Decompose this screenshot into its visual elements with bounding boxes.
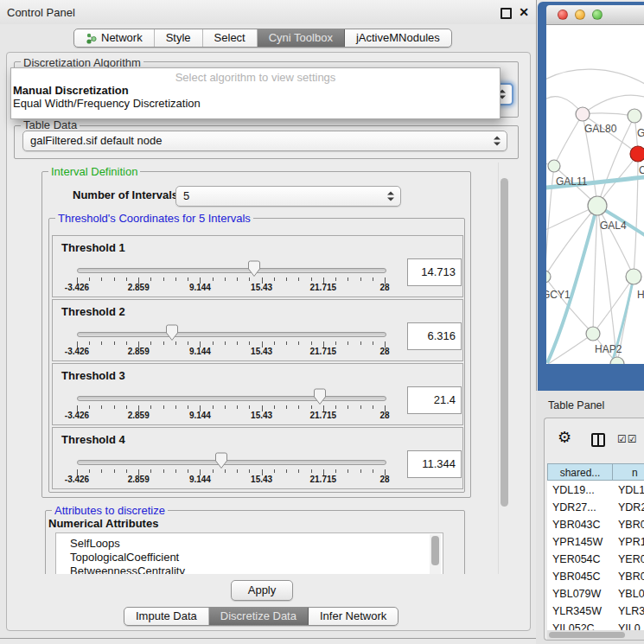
tab-cyni-toolbox[interactable]: Cyni Toolbox [258, 29, 345, 47]
apply-button[interactable]: Apply [231, 580, 293, 601]
network-view-window[interactable]: GAL80GCGAL11GAL4GCY1HHAP2 [538, 2, 644, 391]
slider-track[interactable] [77, 460, 386, 465]
table-data-combobox[interactable]: galFiltered.sif default node [22, 131, 507, 151]
minor-tick [237, 277, 238, 281]
table-header-shared[interactable]: shared... [547, 463, 613, 481]
gal4-node[interactable] [588, 196, 607, 215]
minor-tick [163, 405, 164, 409]
scale-tick-label: 28 [379, 347, 389, 356]
minor-tick [101, 277, 102, 281]
close-icon[interactable]: ✕ [519, 5, 529, 19]
table-row[interactable]: YDL19...YDL1 [547, 481, 644, 499]
settings-scrollbar[interactable] [498, 163, 511, 574]
checkbox-icons[interactable]: ☑☑ [617, 433, 638, 445]
scrollbar-thumb[interactable] [549, 632, 625, 638]
table-row[interactable]: YPR145WYPR1 [547, 533, 644, 551]
network-edge[interactable] [546, 206, 597, 277]
slider-thumb[interactable] [165, 324, 179, 341]
scale-tick-label: 2.859 [128, 475, 150, 484]
threshold-label: Threshold 2 [61, 305, 125, 318]
threshold-value-field[interactable]: 6.316 [407, 322, 462, 350]
mac-close-icon[interactable] [558, 10, 568, 20]
list-item[interactable]: BetweennessCentrality [56, 564, 443, 574]
tab-impute-data[interactable]: Impute Data [124, 608, 209, 625]
tab-style[interactable]: Style [155, 29, 203, 47]
scale-tick-label: 21.715 [310, 475, 337, 484]
slider-track[interactable] [77, 396, 386, 401]
table-row[interactable]: YER054CYER0 [547, 551, 644, 568]
gcy1-node[interactable] [546, 271, 551, 283]
scale-tick-label: 15.43 [251, 475, 272, 484]
scale-tick-label: 15.43 [251, 411, 272, 420]
list-item[interactable]: SelfLoops [56, 537, 443, 551]
table-header-name[interactable]: n [612, 463, 644, 481]
slider-track[interactable] [77, 332, 386, 337]
tab-select[interactable]: Select [203, 29, 258, 47]
cell-shared-name: YBR043C [552, 516, 601, 533]
minor-tick [311, 469, 312, 473]
attributes-list[interactable]: SelfLoopsTopologicalCoefficientBetweenne… [55, 532, 443, 574]
cell-name: YER0 [618, 551, 644, 568]
scale-tick-label: 21.715 [310, 347, 337, 356]
scrollbar-thumb[interactable] [501, 178, 508, 507]
h-node[interactable] [626, 269, 641, 284]
network-canvas[interactable]: GAL80GCGAL11GAL4GCY1HHAP2 [546, 25, 644, 364]
scale-tick-label: -3.426 [65, 411, 89, 420]
slider-thumb[interactable] [247, 260, 261, 277]
top-right-node[interactable] [628, 109, 641, 123]
scale-tick-label: 28 [379, 475, 389, 484]
slider-thumb[interactable] [214, 452, 228, 469]
network-window-titlebar[interactable] [546, 5, 644, 25]
threshold-value-field[interactable]: 14.713 [407, 258, 462, 286]
selected-red-node[interactable] [630, 146, 644, 162]
scrollbar-thumb[interactable] [431, 536, 439, 565]
tab-discretize-data[interactable]: Discretize Data [209, 608, 309, 625]
network-edge[interactable] [546, 69, 644, 84]
minor-tick [249, 405, 250, 409]
tab-jactivemnodules[interactable]: jActiveMNodules [345, 29, 451, 47]
minor-tick [126, 277, 127, 281]
table-row[interactable]: YIL052CYIL0 [547, 620, 644, 630]
dropdown-item[interactable]: Manual Discretization [11, 84, 500, 97]
num-intervals-combobox[interactable]: 5 [175, 186, 401, 207]
network-edge[interactable] [554, 114, 583, 166]
table-data-group-title: Table Data [21, 118, 80, 131]
mac-minimize-icon[interactable] [575, 10, 585, 20]
cell-name: YBR0 [618, 516, 644, 533]
table-row[interactable]: YBL079WYBL0 [547, 585, 644, 603]
minor-tick [126, 405, 127, 409]
table-row[interactable]: YBR043CYBR0 [547, 516, 644, 533]
tab-network[interactable]: Network [74, 29, 155, 47]
list-item[interactable]: TopologicalCoefficient [56, 551, 443, 564]
gal80-node[interactable] [576, 107, 590, 121]
hap2-node[interactable] [586, 327, 600, 341]
float-window-icon[interactable] [501, 8, 512, 19]
threshold-value-field[interactable]: 21.4 [407, 386, 462, 414]
dropdown-placeholder-item[interactable]: Select algorithm to view settings [11, 71, 500, 84]
minor-tick [298, 341, 299, 345]
gear-icon[interactable]: ⚙ [558, 430, 571, 445]
table-row[interactable]: YBR045CYBR0 [547, 568, 644, 585]
network-edge[interactable] [546, 166, 554, 277]
minor-tick [335, 405, 336, 409]
tab-infer-network[interactable]: Infer Network [309, 608, 398, 625]
table-horizontal-scrollbar[interactable] [547, 630, 644, 640]
cell-name: YPR1 [618, 533, 644, 551]
network-graph: GAL80GCGAL11GAL4GCY1HHAP2 [546, 25, 644, 364]
network-edge[interactable] [634, 154, 638, 277]
threshold-value-field[interactable]: 11.344 [407, 450, 462, 478]
attributes-list-scrollbar[interactable] [430, 534, 441, 574]
columns-icon[interactable] [591, 433, 605, 447]
table-row[interactable]: YLR345WYLR3 [547, 603, 644, 620]
dropdown-item[interactable]: Equal Width/Frequency Discretization [11, 97, 500, 110]
cell-name: YIL0 [618, 620, 641, 630]
slider-thumb[interactable] [313, 388, 327, 405]
slider-track[interactable] [77, 268, 386, 273]
mac-zoom-icon[interactable] [592, 10, 603, 20]
node-attribute-table[interactable]: shared... n YDL19...YDL1YDR27...YDR2YBR0… [547, 463, 644, 630]
gal11-node[interactable] [548, 160, 560, 172]
table-row[interactable]: YDR27...YDR2 [547, 499, 644, 516]
minor-tick [286, 341, 287, 345]
network-edge[interactable] [583, 113, 634, 116]
minor-tick [225, 405, 226, 409]
